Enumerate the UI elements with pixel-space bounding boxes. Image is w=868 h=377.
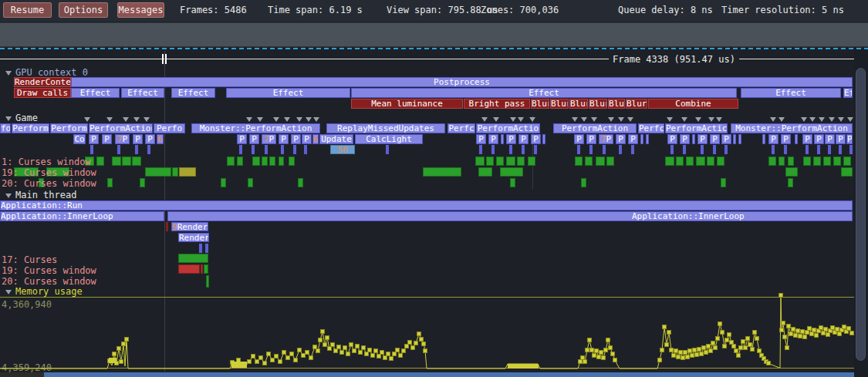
- memory-sample-marker: [674, 349, 678, 353]
- memory-sample-marker: [748, 343, 752, 347]
- memory-sample-marker: [667, 331, 671, 335]
- memory-sample-marker: [346, 352, 350, 356]
- memory-sample-marker: [588, 338, 592, 342]
- memory-sample-marker: [808, 327, 812, 331]
- memory-sample-marker: [672, 354, 676, 358]
- memory-dense-samples: [109, 358, 117, 363]
- memory-sample-marker: [826, 333, 830, 337]
- memory-sample-marker: [267, 352, 271, 356]
- memory-sample-marker: [599, 351, 603, 355]
- memory-sample-marker: [125, 338, 129, 342]
- memory-sample-marker: [255, 360, 259, 364]
- memory-sample-marker: [259, 356, 263, 360]
- memory-sample-marker: [420, 338, 424, 342]
- memory-sample-marker: [606, 338, 610, 342]
- memory-sample-marker: [660, 348, 664, 352]
- memory-sample-marker: [417, 332, 421, 336]
- memory-sample-marker: [371, 354, 375, 358]
- memory-dense-samples: [231, 362, 247, 368]
- memory-sample-marker: [321, 330, 325, 334]
- memory-sample-marker: [374, 349, 378, 353]
- memory-sample-marker: [824, 328, 828, 332]
- memory-sample-marker: [609, 346, 613, 350]
- memory-sample-marker: [380, 351, 384, 355]
- memory-sample-marker: [799, 335, 802, 338]
- memory-sample-marker: [393, 352, 397, 356]
- memory-sample-marker: [787, 325, 791, 328]
- memory-sample-marker: [286, 356, 290, 360]
- memory-sample-marker: [579, 360, 583, 364]
- memory-sample-marker: [711, 342, 715, 345]
- memory-sample-marker: [785, 346, 789, 350]
- memory-sample-marker: [117, 347, 121, 351]
- memory-sample-marker: [120, 360, 123, 364]
- memory-sample-marker: [377, 355, 381, 358]
- memory-sample-marker: [688, 349, 692, 353]
- memory-dense-samples: [508, 364, 539, 369]
- memory-sample-marker: [343, 346, 347, 350]
- memory-sample-marker: [695, 353, 699, 357]
- memory-sample-marker: [789, 332, 793, 336]
- memory-sample-marker: [252, 355, 255, 358]
- memory-sample-marker: [700, 352, 704, 356]
- memory-sample-marker: [350, 343, 353, 347]
- memory-sample-marker: [838, 332, 842, 336]
- memory-sample-marker: [730, 341, 734, 345]
- memory-sample-marker: [326, 336, 329, 340]
- memory-sample-marker: [597, 355, 601, 359]
- memory-sample-marker: [275, 355, 279, 358]
- memory-sample-marker: [812, 328, 816, 332]
- memory-sample-marker: [237, 358, 241, 362]
- memory-sample-marker: [356, 345, 360, 348]
- memory-sample-marker: [583, 360, 587, 364]
- memory-sample-marker: [271, 358, 275, 362]
- memory-sample-marker: [796, 329, 800, 333]
- memory-sample-marker: [732, 345, 736, 348]
- memory-sample-marker: [737, 354, 741, 358]
- memory-sample-marker: [290, 352, 294, 356]
- memory-sample-marker: [611, 352, 615, 356]
- memory-sample-marker: [323, 343, 327, 347]
- memory-sample-marker: [422, 342, 426, 346]
- memory-sample-marker: [399, 354, 403, 358]
- memory-usage-plot[interactable]: [0, 0, 868, 377]
- memory-sample-marker: [779, 294, 783, 298]
- memory-sample-marker: [359, 351, 363, 355]
- memory-sample-marker: [847, 327, 851, 331]
- memory-sample-marker: [782, 321, 785, 325]
- memory-sample-marker: [725, 338, 729, 342]
- memory-sample-marker: [414, 342, 418, 345]
- memory-sample-marker: [780, 328, 784, 332]
- memory-sample-marker: [337, 345, 341, 349]
- memory-sample-marker: [691, 354, 694, 358]
- memory-sample-marker: [714, 346, 718, 350]
- memory-sample-marker: [604, 348, 608, 352]
- memory-sample-marker: [815, 334, 819, 338]
- memory-sample-marker: [405, 345, 409, 348]
- memory-sample-marker: [248, 360, 252, 364]
- memory-sample-marker: [718, 322, 722, 326]
- memory-sample-marker: [836, 328, 839, 332]
- memory-sample-marker: [658, 358, 662, 362]
- memory-sample-marker: [590, 348, 594, 352]
- memory-sample-marker: [735, 349, 738, 353]
- memory-sample-marker: [387, 352, 390, 356]
- memory-sample-marker: [819, 326, 823, 330]
- memory-sample-marker: [306, 351, 309, 355]
- memory-sample-marker: [831, 326, 835, 330]
- memory-sample-marker: [613, 358, 617, 362]
- memory-sample-marker: [294, 358, 298, 362]
- memory-sample-marker: [113, 352, 117, 356]
- memory-sample-marker: [753, 331, 757, 335]
- memory-sample-marker: [368, 348, 372, 352]
- memory-sample-marker: [390, 357, 393, 361]
- memory-sample-marker: [686, 355, 690, 359]
- memory-sample-marker: [334, 349, 338, 353]
- memory-sample-marker: [755, 337, 759, 341]
- memory-sample-marker: [365, 352, 369, 356]
- memory-sample-marker: [707, 345, 711, 348]
- memory-sample-marker: [396, 348, 400, 352]
- memory-sample-marker: [581, 356, 585, 360]
- memory-sample-marker: [794, 334, 798, 338]
- memory-sample-marker: [677, 355, 681, 359]
